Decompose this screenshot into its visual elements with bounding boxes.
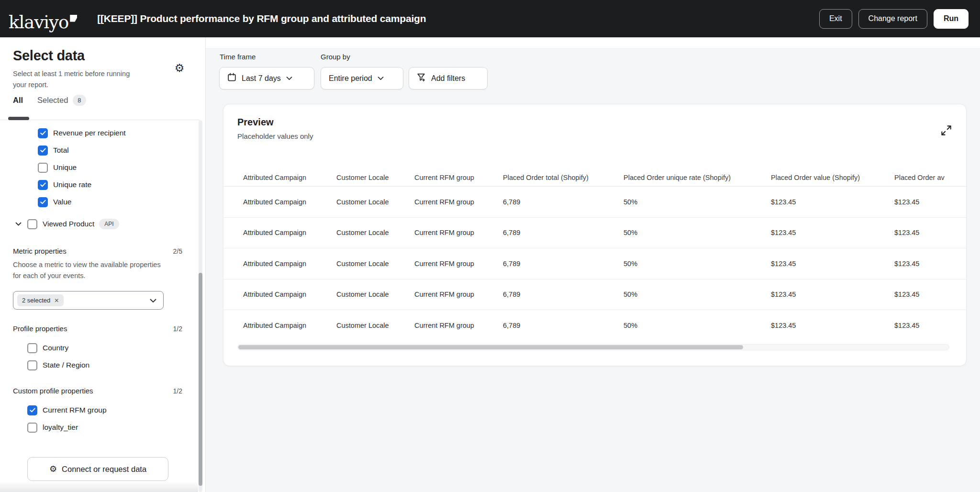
selected-count-badge: 8 [73, 95, 86, 106]
metric-properties-count: 2/5 [173, 247, 182, 255]
checkbox-row: Unique rate [13, 176, 184, 193]
column-header: Attributed Campaign [243, 174, 336, 181]
checkbox[interactable] [27, 343, 37, 353]
metric-properties-select[interactable]: 2 selected ✕ [13, 291, 164, 310]
checkbox[interactable] [38, 180, 48, 190]
table-cell: 6,789 [503, 322, 624, 329]
checkbox[interactable] [38, 128, 48, 138]
table-cell: $123.45 [771, 198, 894, 206]
tab-selected[interactable]: Selected 8 [37, 95, 86, 106]
select-chevron-down-icon [150, 296, 156, 305]
table-cell: $123.45 [894, 229, 966, 236]
checkbox[interactable] [38, 145, 48, 156]
horizontal-scrollbar-track[interactable] [237, 344, 949, 350]
checkbox-row: Country [13, 339, 184, 357]
connect-or-request-data-button[interactable]: ⚙ Connect or request data [27, 457, 168, 481]
klaviyo-logo: klaviyo [9, 7, 77, 31]
table-cell: Current RFM group [414, 291, 503, 298]
body: Select data ⚙ Select at least 1 metric b… [0, 37, 980, 492]
expand-icon[interactable] [939, 124, 953, 138]
add-filters-label: Add filters [431, 74, 465, 83]
add-filters-button[interactable]: Add filters [409, 67, 488, 89]
checkbox-row: loyalty_tier [13, 419, 184, 436]
checkbox[interactable] [27, 405, 37, 415]
viewed-product-checkbox[interactable] [27, 219, 37, 229]
group-by-label: Group by [321, 53, 350, 61]
checkbox-label: Value [53, 198, 72, 206]
checkbox[interactable] [27, 423, 37, 433]
settings-gear-icon[interactable]: ⚙ [173, 61, 186, 75]
checkbox-row: Unique [13, 159, 184, 176]
table-cell: 6,789 [503, 229, 624, 236]
metric-properties-head: Metric properties 2/5 [13, 247, 182, 255]
column-header: Current RFM group [414, 174, 503, 181]
table-cell: Customer Locale [336, 260, 414, 268]
exit-button[interactable]: Exit [819, 9, 852, 29]
preview-card: Preview Placeholder values only Attribut… [223, 104, 967, 366]
main-top-strip [206, 37, 980, 49]
connect-button-label: Connect or request data [62, 465, 146, 474]
tabs-divider [0, 120, 200, 120]
app: klaviyo [[KEEP]] Product performance by … [0, 0, 980, 492]
checkbox-row: State / Region [13, 357, 184, 374]
preview-table: Attributed CampaignCustomer LocaleCurren… [223, 169, 966, 341]
chevron-down-icon[interactable] [13, 219, 23, 229]
table-cell: Current RFM group [414, 322, 503, 329]
sidebar-scrollbar-thumb[interactable] [199, 273, 202, 486]
checkbox-row: Revenue per recipient [13, 124, 184, 142]
table-row: Attributed CampaignCustomer LocaleCurren… [223, 248, 966, 279]
horizontal-scrollbar-thumb[interactable] [238, 345, 743, 349]
group-by-value: Entire period [329, 74, 372, 83]
profile-properties-head: Profile properties 1/2 [13, 324, 182, 333]
table-cell: 50% [624, 291, 771, 298]
table-cell: 50% [624, 198, 771, 206]
checkbox[interactable] [38, 197, 48, 207]
metric-properties-heading: Metric properties [13, 247, 67, 255]
table-cell: 6,789 [503, 291, 624, 298]
group-by-dropdown[interactable]: Entire period [321, 67, 403, 89]
filter-funnel-icon [417, 73, 426, 84]
sidebar-bottom-fade [0, 481, 198, 492]
table-cell: Customer Locale [336, 198, 414, 206]
run-button[interactable]: Run [934, 9, 969, 29]
column-header: Customer Locale [336, 174, 414, 181]
preview-title: Preview [237, 117, 274, 128]
table-cell: 6,789 [503, 198, 624, 206]
gear-icon: ⚙ [49, 465, 57, 473]
table-cell: Attributed Campaign [243, 198, 336, 206]
topbar: klaviyo [[KEEP]] Product performance by … [0, 0, 980, 37]
checkbox[interactable] [38, 163, 48, 173]
column-header: Placed Order total (Shopify) [503, 174, 624, 181]
table-cell: $123.45 [771, 260, 894, 268]
change-report-button[interactable]: Change report [858, 9, 927, 29]
main-area: Time frame Last 7 days Group by Entire p… [206, 37, 980, 492]
tab-all[interactable]: All [13, 96, 23, 105]
active-tab-underline [8, 117, 29, 120]
topbar-actions: Exit Change report Run [819, 9, 969, 29]
time-frame-value: Last 7 days [242, 74, 281, 83]
table-cell: $123.45 [894, 291, 966, 298]
chip-remove-icon[interactable]: ✕ [54, 297, 59, 304]
table-cell: 50% [624, 260, 771, 268]
checkbox-label: Country [43, 344, 68, 352]
chevron-down-icon [378, 77, 384, 80]
table-cell: Customer Locale [336, 291, 414, 298]
table-cell: $123.45 [771, 291, 894, 298]
panel-title: Select data [13, 48, 85, 64]
time-frame-dropdown[interactable]: Last 7 days [219, 67, 314, 89]
klaviyo-flag-icon [70, 15, 77, 22]
checkbox-label: Revenue per recipient [53, 129, 126, 137]
table-cell: $123.45 [894, 260, 966, 268]
checkbox-label: State / Region [43, 361, 89, 369]
selected-chip-label: 2 selected [22, 297, 50, 304]
viewed-product-label: Viewed Product [43, 220, 94, 228]
table-row: Attributed CampaignCustomer LocaleCurren… [223, 186, 966, 217]
table-cell: Attributed Campaign [243, 260, 336, 268]
custom-profile-properties-list: Current RFM grouployalty_tier [13, 402, 184, 436]
checkbox-label: Unique [53, 163, 77, 172]
checkbox[interactable] [27, 360, 37, 370]
collapsed-metric-wrap: Viewed Product API [13, 215, 184, 233]
table-cell: 6,789 [503, 260, 624, 268]
custom-profile-properties-heading: Custom profile properties [13, 387, 93, 395]
profile-properties-list: CountryState / Region [13, 339, 184, 374]
